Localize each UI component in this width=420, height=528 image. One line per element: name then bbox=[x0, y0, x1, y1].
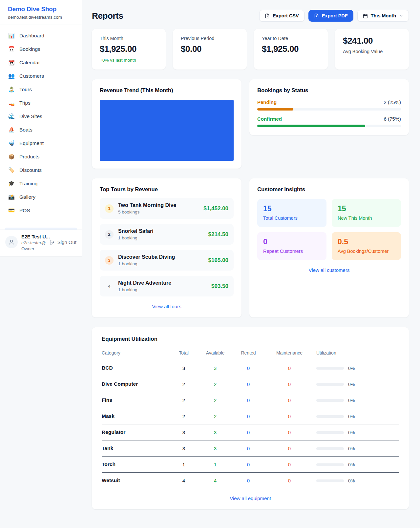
view-all-equipment-link[interactable]: View all equipment bbox=[230, 496, 271, 501]
sidebar-item-pos[interactable]: 💳 POS bbox=[0, 204, 82, 217]
sidebar-item-label: POS bbox=[19, 208, 30, 213]
sidebar-item-calendar[interactable]: 📆 Calendar bbox=[0, 56, 82, 69]
table-row: Wetsuit 4 4 0 0 0% bbox=[102, 473, 399, 489]
sidebar-item-bookings[interactable]: 📅 Bookings bbox=[0, 42, 82, 56]
sidebar-item-dashboard[interactable]: 📊 Dashboard bbox=[0, 29, 82, 42]
bookings-calendar-icon: 📅 bbox=[8, 46, 15, 52]
cell-maintenance: 0 bbox=[266, 376, 312, 392]
export-csv-label: Export CSV bbox=[273, 13, 299, 18]
insight-tiles: 15 Total Customers 15 New This Month 0 R… bbox=[257, 199, 401, 260]
equipment-utilization-panel: Equipment Utilization Category Total Ava… bbox=[92, 327, 409, 509]
utilization-bar bbox=[316, 463, 344, 466]
sidebar-item-label: Customers bbox=[19, 73, 44, 79]
cell-available: 2 bbox=[200, 376, 230, 392]
utilization-percent: 0% bbox=[348, 430, 355, 435]
tour-row-2: 2 Snorkel Safari 1 booking $214.50 bbox=[100, 224, 234, 245]
cell-available: 2 bbox=[200, 408, 230, 424]
utilization-bar bbox=[316, 431, 344, 434]
utilization-percent: 0% bbox=[348, 446, 355, 451]
sidebar-item-gallery[interactable]: 📸 Gallery bbox=[0, 190, 82, 204]
sidebar-item-dive-sites[interactable]: 🌊 Dive Sites bbox=[0, 110, 82, 123]
sidebar-item-equipment[interactable]: 🤿 Equipment bbox=[0, 136, 82, 150]
tile-avg-bookings-per-customer: 0.5 Avg Bookings/Customer bbox=[332, 232, 401, 260]
sidebar-header: Demo Dive Shop demo.test.divestreams.com bbox=[0, 0, 82, 25]
cell-category: Regulator bbox=[102, 424, 167, 440]
utilization-bar bbox=[316, 447, 344, 450]
cell-available: 4 bbox=[200, 473, 230, 489]
cell-category: Tank bbox=[102, 440, 167, 457]
cell-total: 3 bbox=[167, 424, 200, 440]
export-csv-button[interactable]: Export CSV bbox=[259, 10, 304, 22]
export-pdf-button[interactable]: Export PDF bbox=[308, 10, 353, 22]
tour-bookings: 1 booking bbox=[118, 235, 154, 240]
stat-value: $0.00 bbox=[181, 44, 239, 54]
tour-revenue: $1,452.00 bbox=[203, 205, 228, 212]
cell-category: Torch bbox=[102, 457, 167, 473]
bookings-by-status-title: Bookings by Status bbox=[257, 87, 401, 94]
view-all-tours-link[interactable]: View all tours bbox=[152, 304, 181, 309]
sidebar-item-boats[interactable]: ⛵ Boats bbox=[0, 123, 82, 136]
sidebar-item-label: Equipment bbox=[19, 140, 44, 146]
cell-category: Wetsuit bbox=[102, 473, 167, 489]
view-all-customers-link[interactable]: View all customers bbox=[309, 267, 350, 273]
utilization-bar bbox=[316, 367, 344, 370]
cell-total: 4 bbox=[167, 473, 200, 489]
user-role: Owner bbox=[21, 246, 46, 251]
cell-rented: 0 bbox=[230, 376, 266, 392]
utilization-percent: 0% bbox=[348, 382, 355, 387]
stat-label: Previous Period bbox=[181, 36, 239, 41]
sidebar-item-label: Dashboard bbox=[19, 33, 44, 39]
table-row: Tank 3 3 0 0 0% bbox=[102, 440, 399, 457]
tour-revenue: $93.50 bbox=[211, 283, 228, 290]
user-email: e2e-tester@... bbox=[21, 240, 46, 245]
camera-icon: 📸 bbox=[8, 194, 15, 200]
tour-bookings: 1 booking bbox=[118, 261, 175, 266]
cell-maintenance: 0 bbox=[266, 392, 312, 408]
cell-total: 1 bbox=[167, 457, 200, 473]
status-count-confirmed: 6 (75%) bbox=[384, 116, 401, 122]
sidebar-item-discounts[interactable]: 🏷️ Discounts bbox=[0, 163, 82, 177]
customer-insights-title: Customer Insights bbox=[257, 186, 401, 193]
sailboat-icon: ⛵ bbox=[8, 127, 15, 133]
cell-total: 2 bbox=[167, 376, 200, 392]
sign-out-button[interactable]: Sign Out bbox=[49, 239, 76, 245]
period-dropdown[interactable]: This Month bbox=[357, 10, 409, 22]
cell-maintenance: 0 bbox=[266, 440, 312, 457]
sidebar-item-products[interactable]: 📦 Products bbox=[0, 150, 82, 163]
sign-out-label: Sign Out bbox=[57, 239, 76, 245]
stat-value: $1,925.00 bbox=[100, 44, 158, 54]
cell-rented: 0 bbox=[230, 392, 266, 408]
utilization-percent: 0% bbox=[348, 398, 355, 403]
tile-label: Repeat Customers bbox=[263, 249, 321, 254]
revenue-trend-title: Revenue Trend (This Month) bbox=[100, 87, 234, 94]
cell-available: 3 bbox=[200, 440, 230, 457]
sidebar-user-footer: E2E Test U... e2e-tester@... Owner Sign … bbox=[0, 230, 82, 256]
cell-available: 2 bbox=[200, 392, 230, 408]
table-row: Dive Computer 2 2 0 0 0% bbox=[102, 376, 399, 392]
speedboat-icon: 🚤 bbox=[8, 100, 15, 106]
cell-category: BCD bbox=[102, 360, 167, 376]
sidebar-item-trips[interactable]: 🚤 Trips bbox=[0, 96, 82, 110]
status-row-pending: Pending 2 (25%) bbox=[257, 99, 401, 111]
graduation-cap-icon: 🎓 bbox=[8, 180, 15, 187]
cell-available: 3 bbox=[200, 360, 230, 376]
utilization-percent: 0% bbox=[348, 414, 355, 419]
file-download-icon bbox=[314, 13, 319, 18]
status-bar-fill-confirmed bbox=[257, 125, 365, 127]
sidebar-item-tours[interactable]: 🏝️ Tours bbox=[0, 83, 82, 96]
sidebar-item-training[interactable]: 🎓 Training bbox=[0, 177, 82, 190]
cell-maintenance: 0 bbox=[266, 408, 312, 424]
sidebar-item-customers[interactable]: 👥 Customers bbox=[0, 69, 82, 83]
cell-available: 1 bbox=[200, 457, 230, 473]
table-row: Torch 1 1 0 0 0% bbox=[102, 457, 399, 473]
tile-value: 0.5 bbox=[338, 237, 395, 246]
tour-row-3: 3 Discover Scuba Diving 1 booking $165.0… bbox=[100, 250, 234, 271]
main-content: Reports Export CSV Export PDF This Month… bbox=[82, 0, 420, 522]
tour-bookings: 1 booking bbox=[118, 287, 171, 292]
tile-value: 0 bbox=[263, 237, 321, 246]
period-value: This Month bbox=[371, 13, 396, 18]
cell-total: 3 bbox=[167, 440, 200, 457]
page-header: Reports Export CSV Export PDF This Month bbox=[92, 10, 409, 22]
cell-available: 3 bbox=[200, 424, 230, 440]
island-icon: 🏝️ bbox=[8, 86, 15, 92]
